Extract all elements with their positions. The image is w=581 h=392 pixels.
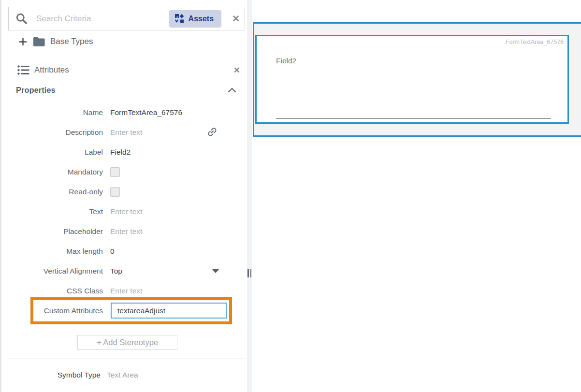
property-row-label: Label Field2 <box>1 142 248 162</box>
tree-node-label: Base Types <box>50 37 93 46</box>
assets-icon <box>175 14 184 23</box>
property-row-custom-attributes: Custom Attributes textareaAdjust <box>1 301 248 320</box>
app-window: Search Criteria Assets ✕ Ba <box>0 0 581 392</box>
property-row-description: Description Enter text <box>1 122 248 142</box>
link-icon[interactable] <box>206 126 218 138</box>
add-stereotype-button[interactable]: + Add Stereotype <box>77 335 177 350</box>
text-cursor <box>166 306 166 315</box>
properties-section-title: Properties <box>16 86 56 95</box>
panel-resize-handle[interactable] <box>247 0 252 392</box>
property-row-vertical-alignment: Vertical Alignment Top <box>1 261 248 281</box>
description-value[interactable]: Enter text <box>110 128 142 137</box>
element-field-label: Field2 <box>276 57 296 65</box>
property-row-mandatory: Mandatory <box>1 162 248 182</box>
property-row-placeholder: Placeholder Enter text <box>1 221 248 241</box>
tree-node-base-types[interactable]: Base Types <box>19 36 93 47</box>
text-value[interactable]: Enter text <box>110 207 142 216</box>
vertical-alignment-select[interactable]: Top <box>110 267 122 276</box>
label-value[interactable]: Field2 <box>110 148 131 157</box>
custom-attributes-input[interactable]: textareaAdjust <box>111 303 227 319</box>
css-class-value[interactable]: Enter text <box>110 287 142 295</box>
placeholder-value[interactable]: Enter text <box>110 227 142 236</box>
max-length-value[interactable]: 0 <box>110 247 115 256</box>
chevron-up-icon[interactable] <box>228 87 236 93</box>
assets-button-label: Assets <box>189 15 214 23</box>
section-divider <box>8 359 245 359</box>
mandatory-checkbox[interactable] <box>110 167 120 177</box>
custom-attributes-text: textareaAdjust <box>117 306 165 315</box>
element-name-tag: FormTextArea_67576 <box>506 39 564 45</box>
attributes-panel-title: Attributes <box>34 65 69 75</box>
textarea-input-line <box>276 118 551 119</box>
property-row-text: Text Enter text <box>1 202 248 221</box>
properties-section-header[interactable]: Properties <box>16 85 236 95</box>
form-textarea-element[interactable]: FormTextArea_67576 Field2 <box>255 35 569 124</box>
caret-down-icon[interactable] <box>212 269 219 273</box>
symbol-type-value: Text Area <box>107 371 138 379</box>
search-close-icon[interactable]: ✕ <box>232 14 240 23</box>
design-canvas[interactable]: FormTextArea_67576 Field2 <box>252 0 581 392</box>
selection-outline: FormTextArea_67576 Field2 <box>253 22 581 137</box>
property-rows: Name FormTextArea_67576 Description Ente… <box>1 102 248 320</box>
search-input[interactable]: Search Criteria <box>36 14 169 24</box>
symbol-type-row: Symbol Type Text Area <box>1 370 248 380</box>
resize-grip-icon <box>247 269 251 277</box>
expand-plus-icon[interactable] <box>19 38 27 46</box>
property-row-max-length: Max length 0 <box>1 241 248 261</box>
attributes-list-icon <box>17 65 29 75</box>
property-row-name: Name FormTextArea_67576 <box>1 102 248 122</box>
folder-icon <box>33 37 45 46</box>
search-icon <box>15 12 28 25</box>
assets-filter-button[interactable]: Assets <box>169 10 221 28</box>
readonly-checkbox[interactable] <box>110 187 120 197</box>
left-sidebar: Search Criteria Assets ✕ Ba <box>0 0 247 392</box>
property-row-readonly: Read-only <box>1 182 248 202</box>
property-row-css-class: CSS Class Enter text <box>1 281 248 301</box>
search-bar[interactable]: Search Criteria Assets ✕ <box>8 7 245 30</box>
attributes-panel-header: Attributes ✕ <box>17 64 240 76</box>
name-value[interactable]: FormTextArea_67576 <box>110 108 182 117</box>
attributes-close-icon[interactable]: ✕ <box>233 66 240 74</box>
